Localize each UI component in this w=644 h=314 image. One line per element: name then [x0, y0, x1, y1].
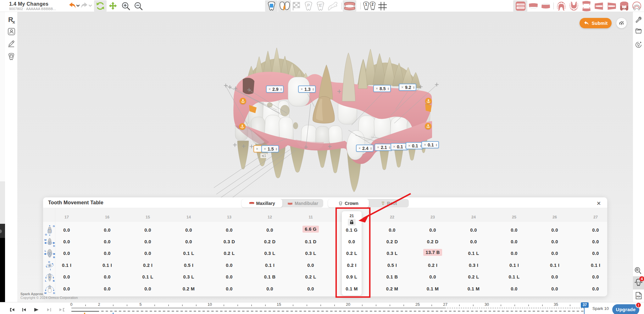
svg-text:I: I: [50, 268, 51, 271]
svg-text:L: L: [45, 279, 47, 282]
svg-text:O: O: [48, 261, 50, 263]
svg-text:B: B: [53, 279, 55, 282]
svg-text:PDF: PDF: [637, 295, 641, 298]
svg-text:D: D: [53, 245, 55, 247]
svg-text:1: 1: [365, 2, 367, 7]
svg-text:B: B: [53, 256, 55, 259]
svg-text:2: 2: [371, 2, 374, 7]
svg-text:G: G: [53, 225, 55, 228]
svg-text:D: D: [53, 292, 55, 295]
svg-text:E: E: [319, 3, 322, 8]
svg-text:P: P: [307, 3, 310, 8]
svg-text:O: O: [45, 233, 47, 236]
svg-text:M: M: [44, 292, 47, 295]
svg-text:M: M: [44, 239, 47, 241]
svg-text:L: L: [45, 250, 46, 252]
